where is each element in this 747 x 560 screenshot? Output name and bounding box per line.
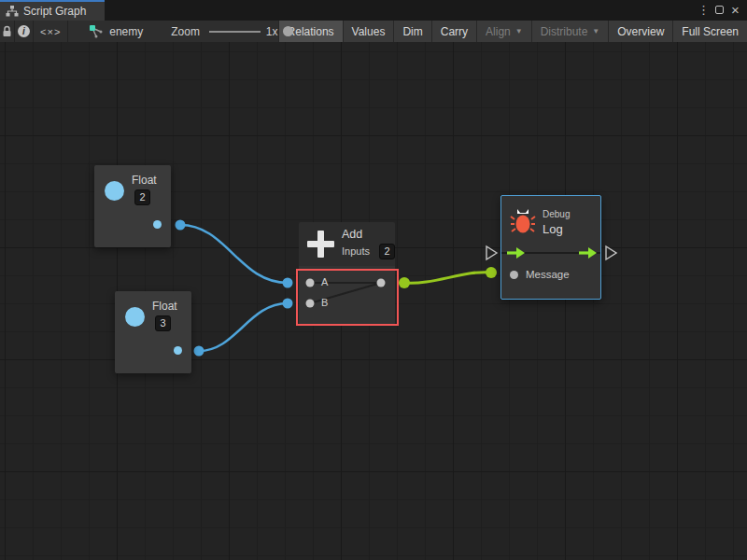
toolbar-buttons: Relations Values Dim Carry Align▼ Distri… (278, 21, 747, 42)
node-title: Float (132, 174, 157, 187)
maximize-icon[interactable] (712, 2, 727, 19)
node-add-header[interactable]: Add Inputs 2 (299, 222, 395, 266)
code-view-button[interactable]: <×> (34, 21, 68, 42)
tab-label: Script Graph (23, 5, 86, 18)
graph-tab-icon (6, 6, 19, 17)
bug-icon (510, 206, 536, 234)
float-type-icon (125, 307, 145, 327)
float-output-port[interactable] (174, 346, 182, 355)
wire-add-to-debug[interactable] (404, 273, 491, 284)
zoom-slider-handle[interactable] (283, 26, 293, 36)
message-port-label: Message (526, 269, 570, 280)
distribute-dropdown[interactable]: Distribute▼ (531, 21, 609, 42)
close-icon[interactable]: × (727, 2, 743, 19)
port-b-dot[interactable] (306, 300, 315, 308)
wire-endpoint[interactable] (283, 278, 293, 288)
toolbar: i <×> enemy Zoom 1x Relations Values Dim… (0, 21, 747, 42)
port-a-dot[interactable] (306, 279, 315, 287)
port-b-label: B (321, 297, 328, 308)
float-output-port[interactable] (153, 220, 162, 229)
message-port-dot[interactable] (510, 271, 518, 279)
code-icon: <×> (40, 26, 61, 37)
align-dropdown[interactable]: Align▼ (476, 21, 531, 42)
zoom-value: 1x (266, 21, 278, 42)
node-add-body[interactable]: A B (299, 266, 395, 325)
flow-output-triangle-icon[interactable] (606, 246, 616, 259)
float-type-icon (105, 181, 124, 201)
lock-button[interactable] (0, 21, 15, 42)
inputs-label: Inputs (342, 245, 370, 257)
info-button[interactable]: i (15, 21, 35, 42)
zoom-label: Zoom (171, 21, 200, 42)
node-float-1[interactable]: Float 2 (94, 165, 171, 247)
node-title: Float (152, 300, 177, 313)
wire-endpoint[interactable] (194, 346, 204, 357)
chevron-down-icon: ▼ (515, 27, 523, 35)
wire-endpoint[interactable] (486, 267, 497, 278)
flow-in-arrow-icon[interactable] (506, 246, 526, 259)
float-value-field[interactable]: 2 (134, 189, 150, 205)
chevron-down-icon: ▼ (592, 27, 599, 35)
wire-endpoint[interactable] (399, 277, 410, 288)
zoom-slider-track[interactable] (209, 31, 261, 33)
wire-endpoint[interactable] (176, 220, 186, 231)
add-plus-icon (307, 231, 334, 258)
graph-name-label: enemy (109, 25, 143, 38)
info-icon: i (18, 25, 30, 37)
values-button[interactable]: Values (343, 21, 394, 42)
graph-selector[interactable]: enemy (89, 21, 143, 42)
carry-button[interactable]: Carry (431, 21, 476, 42)
tab-script-graph[interactable]: Script Graph (0, 0, 105, 21)
node-debug-log[interactable]: Debug Log Message (500, 195, 601, 300)
wire-endpoint[interactable] (283, 299, 293, 309)
wire-float1-to-add-a[interactable] (180, 225, 288, 283)
flow-out-arrow-icon[interactable] (578, 246, 598, 259)
flow-input-triangle-icon[interactable] (486, 246, 497, 259)
wire-float2-to-add-b[interactable] (199, 303, 288, 351)
fullscreen-button[interactable]: Full Screen (672, 21, 747, 42)
sum-output-dot[interactable] (377, 279, 386, 287)
titlebar: Script Graph ⋮ × (0, 0, 747, 21)
overview-button[interactable]: Overview (608, 21, 672, 42)
node-title: Add (342, 228, 362, 241)
zoom-slider[interactable] (209, 21, 261, 42)
graph-canvas[interactable]: Float 2 Float 3 Add Inputs 2 A B (0, 42, 747, 560)
inputs-count-field[interactable]: 2 (379, 244, 395, 259)
node-float-2[interactable]: Float 3 (115, 291, 191, 373)
float-value-field[interactable]: 3 (155, 315, 171, 331)
dim-button[interactable]: Dim (393, 21, 430, 42)
script-graph-asset-icon (89, 24, 104, 38)
port-a-label: A (321, 276, 328, 287)
lock-icon (2, 25, 12, 37)
relations-lines (299, 266, 395, 325)
node-category: Debug (543, 209, 570, 219)
window-menu-icon[interactable]: ⋮ (696, 2, 712, 19)
node-title: Log (543, 222, 563, 236)
